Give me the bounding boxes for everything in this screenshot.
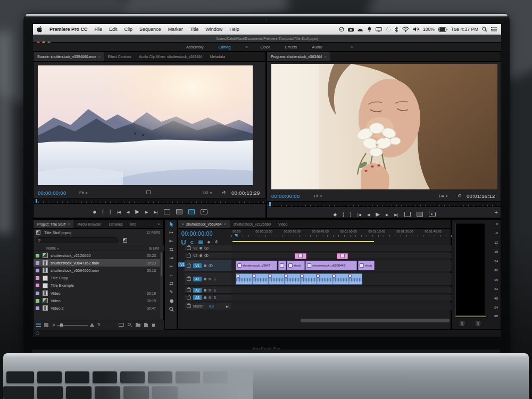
camera-icon[interactable] bbox=[429, 212, 436, 217]
hand-tool[interactable] bbox=[165, 296, 178, 305]
timeline-h-scrollbar[interactable] bbox=[301, 319, 450, 322]
new-item-icon[interactable] bbox=[144, 323, 148, 327]
lock-icon[interactable] bbox=[187, 304, 191, 308]
toggle-sync-icon[interactable] bbox=[204, 289, 206, 292]
panel-menu-icon[interactable]: ≡ bbox=[68, 222, 70, 226]
project-row[interactable]: shutterstock_v5594660.mov30:13 bbox=[34, 267, 161, 274]
menu-help[interactable]: Help bbox=[229, 27, 239, 32]
menu-window[interactable]: Window bbox=[205, 27, 222, 32]
checkmark-circle-icon[interactable] bbox=[339, 27, 344, 32]
audio-segment[interactable] bbox=[252, 274, 269, 284]
list-view-icon[interactable] bbox=[36, 323, 41, 327]
toggle-sync-icon[interactable] bbox=[204, 296, 206, 299]
column-end[interactable]: ia End bbox=[149, 246, 159, 250]
icon-view-icon[interactable] bbox=[44, 323, 48, 327]
program-fit-select[interactable]: Fit ▼ bbox=[314, 194, 322, 198]
sort-icon[interactable]: ⇅ bbox=[97, 322, 101, 327]
tab-project[interactable]: Project: Title Stuff≡ bbox=[34, 220, 73, 228]
clear-trash-icon[interactable] bbox=[152, 323, 155, 327]
menu-edit[interactable]: Edit bbox=[109, 27, 118, 32]
tab-sequence-active[interactable]: ×shutterstock_v563464≡ bbox=[178, 220, 230, 228]
play-icon[interactable]: ▶ bbox=[376, 212, 380, 217]
audio-segment[interactable] bbox=[348, 274, 362, 284]
bluetooth-icon[interactable] bbox=[395, 27, 398, 32]
solo-button[interactable]: S bbox=[213, 277, 215, 281]
go-to-out-icon[interactable]: ▶| bbox=[154, 210, 157, 214]
insert-icon[interactable] bbox=[164, 209, 170, 214]
workspace-effects[interactable]: Effects bbox=[285, 45, 297, 49]
tab-info[interactable]: Info bbox=[127, 220, 140, 228]
track-header-master[interactable]: Master0.0▶| bbox=[185, 303, 231, 310]
toggle-sync-icon[interactable] bbox=[204, 264, 206, 267]
tab-source[interactable]: Source: shutterstock_v5594660.mov≡ bbox=[34, 52, 104, 61]
track-header-a1[interactable]: A1MS bbox=[185, 273, 231, 286]
source-video-viewer[interactable] bbox=[38, 65, 253, 185]
add-button-icon[interactable]: + bbox=[495, 210, 498, 215]
source-fit-select[interactable]: Fit ▼ bbox=[79, 190, 88, 195]
tab-effect-controls[interactable]: Effect Controls bbox=[104, 52, 135, 61]
track-lane-v3[interactable] bbox=[231, 245, 452, 252]
label-swatch[interactable] bbox=[36, 299, 39, 303]
volume-icon[interactable] bbox=[413, 27, 419, 32]
master-level[interactable]: 0.0 bbox=[209, 304, 214, 308]
label-swatch[interactable] bbox=[36, 276, 39, 280]
label-swatch[interactable] bbox=[36, 306, 39, 310]
audio-segment[interactable] bbox=[236, 274, 253, 284]
overwrite-icon[interactable] bbox=[176, 209, 182, 214]
rate-stretch-tool[interactable]: ⇥ bbox=[165, 254, 178, 262]
panel-menu-icon[interactable]: ≡ bbox=[224, 222, 226, 226]
lift-icon[interactable] bbox=[404, 212, 411, 217]
label-swatch[interactable] bbox=[36, 254, 39, 257]
tab-sequence-3[interactable]: Video bbox=[275, 220, 291, 228]
zoom-in-icon[interactable] bbox=[90, 323, 94, 327]
tab-sequence-2[interactable]: shutterstock_v2126660 bbox=[230, 220, 275, 228]
menu-clock[interactable]: Tue 4:37 PM bbox=[451, 27, 478, 32]
add-marker-icon[interactable]: ◆ bbox=[333, 212, 337, 217]
safe-margins-icon[interactable] bbox=[146, 190, 151, 194]
export-frame-icon[interactable] bbox=[188, 209, 195, 214]
project-file-name[interactable]: Title Stuff.prproj bbox=[44, 230, 71, 235]
menu-app-name[interactable]: Premiere Pro CC bbox=[49, 27, 88, 32]
track-header-a2[interactable]: A2MS bbox=[185, 287, 231, 294]
workspace-overflow-icon[interactable]: » bbox=[351, 45, 353, 49]
step-forward-icon[interactable]: ▶ bbox=[386, 213, 388, 217]
menu-file[interactable]: File bbox=[95, 27, 103, 32]
mark-out-icon[interactable]: } bbox=[350, 212, 352, 217]
sync-icon[interactable] bbox=[386, 27, 391, 32]
lock-icon[interactable] bbox=[187, 296, 191, 300]
add-marker-icon[interactable]: ◆ bbox=[93, 210, 96, 214]
airplay-display-icon[interactable] bbox=[376, 27, 382, 32]
toggle-sync-icon[interactable] bbox=[200, 254, 202, 257]
tab-metadata[interactable]: Metadata bbox=[206, 52, 229, 61]
track-select-forward-tool[interactable]: ↦ bbox=[165, 228, 178, 237]
pan-icon[interactable]: ▶| bbox=[226, 304, 229, 308]
apple-icon[interactable] bbox=[37, 26, 43, 32]
solo-button[interactable]: S bbox=[213, 288, 215, 292]
program-video-viewer[interactable] bbox=[271, 64, 497, 189]
label-swatch[interactable] bbox=[36, 284, 39, 287]
ripple-edit-tool[interactable]: ⇤ bbox=[165, 237, 178, 245]
camera-icon[interactable] bbox=[348, 27, 354, 32]
workspace-editing[interactable]: Editing bbox=[219, 45, 231, 49]
go-to-in-icon[interactable]: |◀ bbox=[117, 210, 121, 214]
workspace-color[interactable]: Color bbox=[261, 45, 270, 49]
menu-title[interactable]: Title bbox=[190, 27, 199, 32]
track-header-v3[interactable]: V3 bbox=[185, 245, 231, 252]
pen-tool[interactable]: ✎ bbox=[165, 288, 178, 296]
rolling-edit-tool[interactable]: ⇆ bbox=[165, 245, 178, 254]
audio-segment[interactable] bbox=[284, 274, 301, 284]
mute-button[interactable]: M bbox=[209, 277, 211, 281]
label-swatch[interactable] bbox=[36, 261, 39, 265]
label-swatch[interactable] bbox=[36, 292, 39, 295]
lock-icon[interactable] bbox=[187, 254, 191, 257]
tab-program[interactable]: Program: shutterstock_v563464≡ bbox=[267, 52, 330, 61]
zoom-slider[interactable] bbox=[57, 325, 88, 326]
workspace-assembly[interactable]: Assembly bbox=[186, 45, 204, 49]
cloud-icon[interactable] bbox=[358, 27, 363, 32]
panel-overflow-icon[interactable]: » bbox=[154, 220, 163, 228]
playhead-caret[interactable] bbox=[235, 234, 238, 237]
extract-icon[interactable] bbox=[417, 212, 423, 217]
go-to-out-icon[interactable]: ▶| bbox=[394, 213, 398, 217]
source-zoom-select[interactable]: 1/2 ▼ bbox=[203, 190, 212, 195]
bell-icon[interactable] bbox=[367, 27, 372, 32]
